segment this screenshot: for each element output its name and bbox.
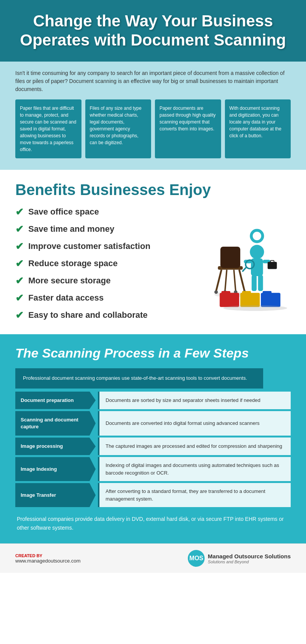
step-row-3: Image Indexing Indexing of digital image… — [15, 457, 291, 481]
benefits-section: Benefits Businesses Enjoy ✔ Save office … — [0, 170, 306, 334]
step-label-2: Image processing — [21, 443, 63, 450]
svg-point-11 — [250, 245, 264, 259]
svg-rect-21 — [221, 291, 230, 294]
logo-initials: MOS — [189, 555, 203, 562]
company-name: Managed Outsource Solutions — [208, 553, 291, 559]
intro-paragraph: Isn't it time consuming for any company … — [15, 69, 291, 93]
benefit-item-2: ✔ Improve customer satisfaction — [15, 241, 191, 252]
svg-line-5 — [225, 270, 227, 291]
benefit-item-6: ✔ Easy to share and collaborate — [15, 309, 191, 321]
footer-url: www.managedoutsource.com — [15, 558, 81, 564]
svg-point-12 — [251, 230, 263, 242]
svg-rect-2 — [220, 247, 240, 268]
checkmark-icon-5: ✔ — [15, 292, 24, 304]
scanning-footer-text: Professional companies provide data deli… — [17, 515, 289, 532]
info-boxes: Paper files that are difficult to manage… — [15, 99, 291, 158]
step-label-4: Image Transfer — [21, 492, 56, 499]
svg-rect-20 — [220, 293, 239, 307]
benefit-text-3: Reduce storage space — [28, 259, 118, 268]
svg-rect-18 — [252, 275, 257, 291]
benefit-item-3: ✔ Reduce storage space — [15, 258, 191, 270]
benefit-text-4: More secure storage — [28, 276, 111, 286]
scanning-intro-text: Professional document scanning companies… — [23, 374, 256, 382]
benefits-illustration — [191, 216, 291, 316]
svg-point-26 — [223, 305, 287, 311]
checkmark-icon-0: ✔ — [15, 206, 24, 218]
scanning-section: The Scanning Process in a Few Steps Prof… — [0, 334, 306, 543]
footer-created-label: CREATED BY — [15, 553, 81, 558]
checkmark-icon-6: ✔ — [15, 309, 24, 321]
scanning-footer: Professional companies provide data deli… — [15, 515, 291, 532]
footer-right: MOS Managed Outsource Solutions Solution… — [188, 550, 291, 567]
svg-rect-24 — [261, 293, 280, 307]
info-box-3: With document scanning and digitization,… — [225, 99, 291, 158]
steps-container: Document preparation Documents are sorte… — [15, 392, 291, 507]
benefit-text-1: Save time and money — [28, 224, 114, 234]
benefit-item-5: ✔ Faster data access — [15, 292, 191, 304]
benefit-text-2: Improve customer satisfaction — [28, 241, 150, 251]
step-row-2: Image processing The captured images are… — [15, 437, 291, 455]
svg-line-6 — [234, 270, 236, 291]
benefits-list: ✔ Save office space ✔ Save time and mone… — [15, 206, 191, 327]
scanning-intro-block: Professional document scanning companies… — [15, 368, 263, 389]
step-arrow-0: Document preparation — [15, 392, 96, 409]
step-row-4: Image Transfer After converting to a sta… — [15, 483, 291, 507]
benefit-item-1: ✔ Save time and money — [15, 223, 191, 235]
info-box-text-1: Files of any size and type whether medic… — [90, 105, 147, 146]
logo-circle: MOS — [188, 550, 205, 567]
step-arrow-4: Image Transfer — [15, 483, 96, 507]
info-box-text-3: With document scanning and digitization,… — [230, 105, 286, 139]
svg-point-7 — [214, 290, 218, 294]
svg-rect-19 — [258, 275, 263, 291]
benefit-text-5: Faster data access — [28, 293, 104, 303]
svg-line-28 — [243, 268, 246, 271]
benefit-item-4: ✔ More secure storage — [15, 275, 191, 287]
benefits-title: Benefits Businesses Enjoy — [15, 181, 291, 198]
footer-section: CREATED BY www.managedoutsource.com MOS … — [0, 543, 306, 573]
step-arrow-1: Scanning and document capture — [15, 411, 96, 436]
svg-rect-22 — [240, 293, 260, 307]
step-content-0: Documents are sorted by size and separat… — [98, 392, 291, 409]
step-arrow-2: Image processing — [15, 437, 96, 455]
step-row-1: Scanning and document capture Documents … — [15, 411, 291, 436]
checkmark-icon-3: ✔ — [15, 258, 24, 270]
scanning-title: The Scanning Process in a Few Steps — [15, 346, 291, 361]
header-section: Change the Way Your Business Operates wi… — [0, 0, 306, 62]
svg-rect-23 — [242, 291, 251, 294]
step-label-1: Scanning and document capture — [21, 416, 84, 430]
step-arrow-3: Image Indexing — [15, 457, 96, 481]
info-box-2: Paper documents are passed through high … — [155, 99, 221, 158]
svg-rect-17 — [270, 260, 274, 263]
benefit-text-6: Easy to share and collaborate — [28, 310, 148, 320]
benefits-content: ✔ Save office space ✔ Save time and mone… — [15, 206, 291, 327]
step-content-3: Indexing of digital images and documents… — [98, 457, 291, 481]
logo-text-block: Managed Outsource Solutions Solutions an… — [208, 553, 291, 564]
benefit-text-0: Save office space — [28, 207, 99, 217]
checkmark-icon-2: ✔ — [15, 241, 24, 252]
step-label-3: Image Indexing — [21, 466, 57, 473]
checkmark-icon-4: ✔ — [15, 275, 24, 287]
step-content-4: After converting to a standard format, t… — [98, 483, 291, 507]
benefit-item-0: ✔ Save office space — [15, 206, 191, 218]
step-content-2: The captured images are processed and ed… — [98, 437, 291, 455]
step-desc-2: The captured images are processed and ed… — [106, 442, 282, 450]
svg-line-4 — [239, 270, 244, 291]
info-box-text-2: Paper documents are passed through high … — [160, 105, 216, 132]
header-title: Change the Way Your Business Operates wi… — [15, 11, 291, 50]
footer-logo: MOS Managed Outsource Solutions Solution… — [188, 550, 291, 567]
step-row-0: Document preparation Documents are sorte… — [15, 392, 291, 409]
company-tagline: Solutions and Beyond — [208, 559, 291, 564]
info-box-0: Paper files that are difficult to manage… — [15, 99, 81, 158]
step-desc-4: After converting to a standard format, t… — [106, 488, 285, 503]
step-label-0: Document preparation — [21, 397, 74, 404]
info-box-1: Files of any size and type whether medic… — [85, 99, 151, 158]
svg-rect-25 — [263, 291, 272, 294]
info-box-text-0: Paper files that are difficult to manage… — [20, 105, 77, 153]
step-desc-0: Documents are sorted by size and separat… — [106, 397, 260, 404]
checkmark-icon-1: ✔ — [15, 223, 24, 235]
intro-section: Isn't it time consuming for any company … — [0, 62, 306, 170]
footer-left: CREATED BY www.managedoutsource.com — [15, 553, 81, 564]
step-desc-1: Documents are converted into digital for… — [106, 420, 260, 427]
svg-line-3 — [216, 270, 221, 291]
step-desc-3: Indexing of digital images and documents… — [106, 462, 285, 476]
